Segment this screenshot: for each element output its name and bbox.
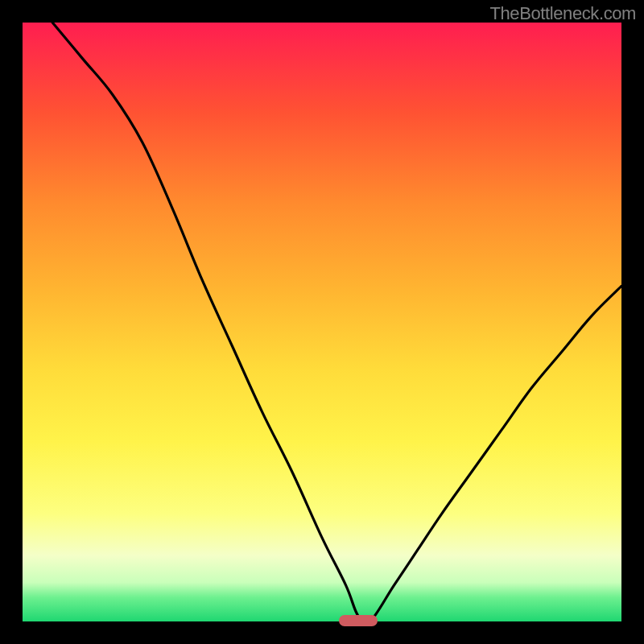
balance-marker	[339, 615, 378, 626]
watermark-text: TheBottleneck.com	[489, 3, 636, 24]
bottleneck-curve	[23, 23, 621, 621]
